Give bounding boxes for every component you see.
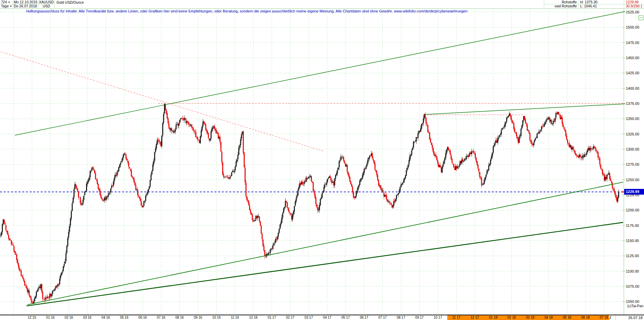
time-axis-month-label: 05 17 [339, 316, 352, 319]
zoom-marker[interactable]: Z [609, 315, 611, 320]
chevron-down-icon: ▼ [8, 1, 10, 3]
time-axis-month-label: 08 16 [173, 316, 186, 319]
time-axis-month-label: 07 17 [376, 316, 389, 319]
price-axis-label: 1350.00 [626, 117, 639, 121]
minus-glyph [640, 17, 642, 18]
chevron-down-icon: ▼ [10, 5, 12, 7]
time-axis-month-label: 02 17 [284, 316, 297, 319]
time-axis-month-label: 06 16 [136, 316, 149, 319]
date-from-field[interactable]: Mo 12.10.2015 [14, 0, 37, 4]
time-axis-month-label: 02 16 [62, 316, 76, 319]
time-axis-month-label: 04 18 [542, 316, 555, 319]
footer-date: 26.07.18 [622, 316, 643, 320]
time-axis-month-label: 04 16 [99, 316, 113, 319]
price-axis-label: 1125.00 [626, 254, 639, 258]
price-axis-label: 1075.00 [626, 285, 639, 288]
time-axis-month-label: 12 17 [468, 316, 482, 319]
low-value: L: 1046.41 [580, 4, 597, 8]
instrument-title: Gold USD/Ounce [56, 0, 84, 4]
chart-canvas[interactable] [0, 0, 644, 320]
price-axis-label: 1175.00 [626, 224, 639, 228]
taipan-chart-window: 724 ▼ Tage ▼ Mo 12.10.2015 Do 26.07.2018… [0, 0, 644, 320]
time-axis-month-label: 08 17 [394, 316, 408, 319]
last-price-value: 1229.99 [626, 0, 639, 4]
time-axis-month-label: 05 16 [117, 316, 131, 319]
copyright-label: (c)Tai-Pan [623, 304, 643, 308]
time-axis-month-label: 03 17 [302, 316, 315, 319]
price-axis-label: 1200.00 [626, 208, 639, 212]
time-axis-month-label: 12 15 [25, 316, 39, 319]
time-axis-month-label: 11 16 [228, 316, 242, 319]
time-axis-month-label: 01 17 [265, 316, 279, 319]
price-axis-label: 1375.00 [626, 102, 639, 106]
price-axis-label: 1450.00 [626, 56, 639, 60]
change-info-value: 30.9/290.1 [626, 4, 643, 8]
price-axis-label: 1300.00 [626, 148, 639, 151]
category-label: Rohstoffe [545, 0, 577, 4]
time-axis-month-label: 10 17 [431, 316, 445, 319]
price-axis-label: 1100.00 [626, 270, 639, 273]
price-axis-label: 1150.00 [626, 239, 639, 243]
price-axis-label: 1500.00 [626, 26, 639, 29]
time-axis-month-label: 10 16 [210, 316, 223, 319]
disclaimer-text: Haftungsausschluss für Inhalte: Alle Tre… [26, 9, 468, 13]
time-axis-month-label: 11 17 [450, 316, 463, 319]
time-axis-month-label: 07 16 [154, 316, 168, 319]
high-value: H: 1375.30 [580, 0, 597, 4]
price-axis-label: 1400.00 [626, 87, 639, 90]
price-axis-label: 1425.00 [626, 71, 639, 75]
price-axis-label: 1050.00 [626, 300, 639, 304]
time-axis-month-label: 03 16 [81, 316, 94, 319]
time-axis-month-label: 12 16 [247, 316, 260, 319]
time-axis-month-label: 04 17 [320, 316, 334, 319]
date-to-field[interactable]: Do 26.07.2018 [14, 4, 37, 8]
time-axis-month-label: 05 18 [560, 316, 574, 319]
time-axis-month-label: 03 18 [523, 316, 537, 319]
provider-label: vwd Rohstoffe [545, 4, 577, 8]
current-price-badge: 1229.99 [624, 189, 644, 195]
time-axis-month-label: 02 18 [505, 316, 518, 319]
price-axis-label: 1250.00 [626, 178, 639, 182]
footer-divider [615, 315, 616, 320]
chart-header: 724 ▼ Tage ▼ Mo 12.10.2015 Do 26.07.2018… [0, 0, 644, 9]
price-axis-label: 1325.00 [626, 132, 639, 136]
header-divider [54, 0, 55, 8]
time-axis-month-label: 06 18 [579, 316, 592, 319]
time-axis-month-label: 09 16 [191, 316, 205, 319]
time-axis-month-label: 09 17 [413, 316, 426, 319]
bars-count-dropdown[interactable]: 724 ▼ [1, 0, 10, 4]
chart-tool-icon[interactable] [639, 15, 643, 20]
period-dropdown[interactable]: Tage ▼ [1, 4, 12, 8]
time-axis-month-label: 06 17 [357, 316, 371, 319]
price-axis-label: 1275.00 [626, 163, 639, 166]
time-axis-month-label: 01 18 [486, 316, 500, 319]
symbol-label: XAUUSD [39, 0, 54, 4]
price-axis-label: 1475.00 [626, 41, 639, 45]
time-axis-month-label: 01 16 [44, 316, 57, 319]
time-axis-month-label: 07 18 [597, 316, 611, 319]
currency-label: USD [39, 4, 54, 8]
price-axis-label: 1525.00 [626, 10, 639, 14]
